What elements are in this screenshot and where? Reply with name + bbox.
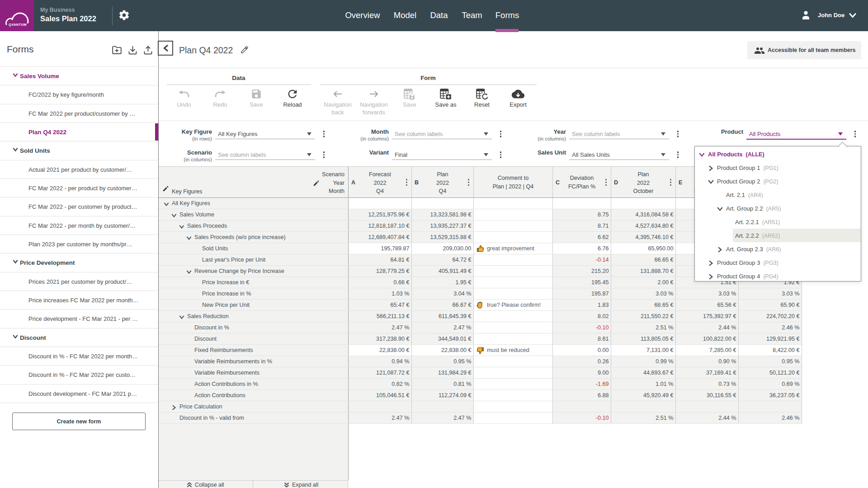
svg-text:QVANTUM: QVANTUM <box>9 23 27 27</box>
